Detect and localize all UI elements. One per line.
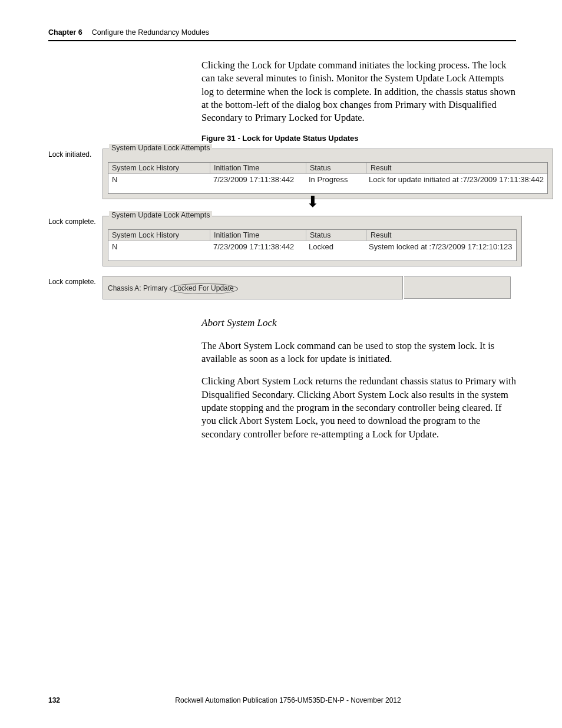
col-result[interactable]: Result [367, 163, 547, 173]
col-time[interactable]: Initiation Time [210, 230, 306, 241]
col-status[interactable]: Status [306, 230, 367, 241]
figure-status-bar: Lock complete. Chassis A: Primary Locked… [48, 276, 516, 299]
cell-status: Locked [305, 242, 365, 251]
col-result[interactable]: Result [367, 230, 516, 241]
abort-section-title: Abort System Lock [201, 317, 516, 329]
groupbox-legend: System Update Lock Attempts [109, 144, 212, 152]
col-status[interactable]: Status [306, 163, 367, 173]
lock-attempts-listview-initiated[interactable]: System Lock History Initiation Time Stat… [108, 162, 548, 194]
down-arrow-icon: ⬇ [306, 194, 319, 209]
header-rule [48, 40, 516, 41]
chassis-status-prefix: Chassis A: Primary [108, 284, 167, 292]
abort-paragraph-1: The Abort System Lock command can be use… [201, 340, 516, 366]
side-label-initiated: Lock initiated. [48, 149, 103, 159]
system-update-groupbox-complete: System Update Lock Attempts System Lock … [103, 216, 522, 266]
groupbox-legend: System Update Lock Attempts [109, 211, 212, 219]
page-footer: 132 Rockwell Automation Publication 1756… [48, 696, 516, 704]
chapter-label: Chapter 6 [48, 28, 82, 37]
cell-status: In Progress [305, 175, 365, 184]
cell-time: 7/23/2009 17:11:38:442 [210, 175, 305, 184]
lock-attempts-listview-complete[interactable]: System Lock History Initiation Time Stat… [108, 229, 517, 261]
chapter-title: Configure the Redundancy Modules [92, 28, 209, 37]
figure-lock-initiated: Lock initiated. System Update Lock Attem… [48, 149, 516, 199]
col-time[interactable]: Initiation Time [210, 163, 306, 173]
figure-lock-complete: Lock complete. System Update Lock Attemp… [48, 216, 516, 266]
chassis-status-bar: Chassis A: Primary Locked For Update [103, 276, 403, 299]
side-label-complete-1: Lock complete. [48, 216, 103, 226]
running-header: Chapter 6 Configure the Redundancy Modul… [48, 28, 516, 37]
intro-paragraph: Clicking the Lock for Update command ini… [201, 59, 516, 124]
publication-line: Rockwell Automation Publication 1756-UM5… [60, 696, 516, 704]
listview-row[interactable]: N 7/23/2009 17:11:38:442 In Progress Loc… [108, 174, 547, 193]
page-number: 132 [48, 696, 60, 704]
listview-header: System Lock History Initiation Time Stat… [108, 163, 547, 174]
abort-paragraph-2: Clicking Abort System Lock returns the r… [201, 375, 516, 440]
cell-result: System locked at :7/23/2009 17:12:10:123 [365, 242, 516, 251]
listview-header: System Lock History Initiation Time Stat… [108, 230, 516, 241]
listview-row[interactable]: N 7/23/2009 17:11:38:442 Locked System l… [108, 241, 516, 261]
cell-history: N [108, 242, 210, 251]
cell-result: Lock for update initiated at :7/23/2009 … [365, 175, 547, 184]
system-update-groupbox-initiated: System Update Lock Attempts System Lock … [103, 149, 553, 199]
figure-caption: Figure 31 - Lock for Update Status Updat… [201, 134, 516, 143]
col-history[interactable]: System Lock History [108, 163, 210, 173]
col-history[interactable]: System Lock History [108, 230, 210, 241]
side-label-complete-2: Lock complete. [48, 276, 103, 286]
cell-history: N [108, 175, 210, 184]
chassis-status-highlight: Locked For Update [170, 284, 238, 294]
cell-time: 7/23/2009 17:11:38:442 [210, 242, 305, 251]
